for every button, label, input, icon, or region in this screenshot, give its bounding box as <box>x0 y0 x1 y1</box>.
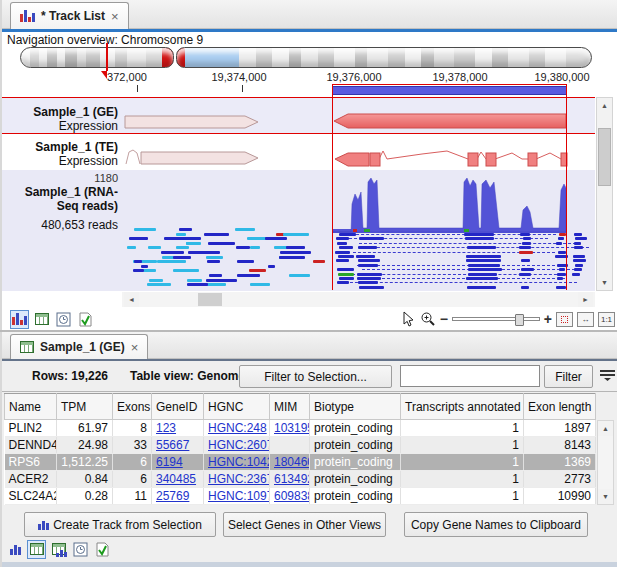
history-clock-icon[interactable] <box>54 310 73 329</box>
table-view-icon[interactable] <box>32 310 51 329</box>
table-with-chart-icon[interactable] <box>49 540 68 559</box>
read <box>161 251 184 254</box>
select-genes-in-other-views-button[interactable]: Select Genes in Other Views <box>223 512 386 537</box>
hgnc-link[interactable]: HGNC:23675 <box>208 472 270 486</box>
mim-link[interactable]: 180460 <box>274 455 310 469</box>
column-header[interactable]: Biotype <box>310 394 401 420</box>
scroll-up-arrow-icon[interactable]: ▲ <box>598 421 613 436</box>
read <box>573 259 586 262</box>
read <box>574 246 583 249</box>
element-info-check-icon[interactable] <box>76 310 95 329</box>
filter-to-selection-button[interactable]: Filter to Selection... <box>239 365 392 388</box>
read <box>468 264 500 267</box>
scroll-down-arrow-icon[interactable]: ▼ <box>598 489 613 504</box>
cell-exons: 8 <box>113 420 152 437</box>
read <box>519 273 530 276</box>
position-marker <box>106 43 108 71</box>
close-icon[interactable]: × <box>131 340 139 355</box>
hgnc-link[interactable]: HGNC:10976 <box>208 489 270 503</box>
read <box>286 246 306 249</box>
table-row[interactable]: SLC24A20.281125769HGNC:10976609838protei… <box>5 488 596 505</box>
advanced-filter-icon[interactable] <box>600 370 615 382</box>
track-view-icon[interactable] <box>10 543 21 555</box>
ge-gene-arrow-selected <box>333 113 568 130</box>
cell-exonLength: 8143 <box>524 437 596 454</box>
cell-transcripts: 1 <box>401 420 524 437</box>
track-vertical-scrollbar[interactable]: ▲ ▼ <box>596 97 613 291</box>
tracks-area[interactable]: Sample_1 (GE) Expression Sample_1 (TE) E… <box>2 97 595 291</box>
scrollbar-thumb[interactable] <box>598 128 611 186</box>
history-clock-icon[interactable] <box>71 540 90 559</box>
create-track-from-selection-button[interactable]: Create Track from Selection <box>24 512 216 537</box>
tab-track-list[interactable]: * Track List × <box>10 2 129 29</box>
zoom-to-selection-icon[interactable] <box>556 312 573 327</box>
table-row[interactable]: PLIN261.978123HGNC:248103195protein_codi… <box>5 420 596 437</box>
zoom-out-minus[interactable]: − <box>440 311 448 327</box>
scroll-left-arrow-icon[interactable]: ◄ <box>124 292 139 307</box>
hgnc-link[interactable]: HGNC:26079 <box>208 438 270 452</box>
geneId-link[interactable]: 6194 <box>156 455 183 469</box>
read-pair-link <box>359 243 581 244</box>
mim-link[interactable]: 103195 <box>274 421 310 435</box>
table-vertical-scrollbar[interactable]: ▲ ▼ <box>597 420 614 505</box>
table-icon <box>20 341 34 353</box>
track-view-icon[interactable] <box>10 310 29 329</box>
column-header[interactable]: Exon length <box>524 394 596 420</box>
column-header[interactable]: Exons <box>113 394 152 420</box>
filter-input[interactable] <box>400 365 540 387</box>
read <box>206 256 223 259</box>
fit-width-icon[interactable]: ↔ <box>577 312 594 327</box>
zoom-slider[interactable] <box>452 317 540 321</box>
geneId-link[interactable]: 55667 <box>156 438 189 452</box>
filter-button[interactable]: Filter <box>544 365 593 388</box>
chromosome-ideogram[interactable] <box>20 47 592 68</box>
read <box>236 246 250 249</box>
zoom-100-icon[interactable]: 1:1 <box>598 312 615 327</box>
close-icon[interactable]: × <box>111 9 119 24</box>
read <box>574 242 581 245</box>
tab-sample1-ge-label: Sample_1 (GE) <box>40 340 125 354</box>
mim-link[interactable]: 609838 <box>274 489 310 503</box>
cell-geneId: 340485 <box>152 471 204 488</box>
table-row[interactable]: ACER20.846340485HGNC:23675613492protein_… <box>5 471 596 488</box>
track-horizontal-scrollbar[interactable]: ◄ ► <box>122 292 595 307</box>
read <box>207 260 220 263</box>
track-sample1-te[interactable]: Sample_1 (TE) Expression <box>2 134 595 170</box>
table-row[interactable]: DENND4C24.983355667HGNC:26079protein_cod… <box>5 437 596 454</box>
zoom-tool-icon[interactable] <box>420 311 436 327</box>
track-sample1-rnaseq[interactable]: 1180 Sample_1 (RNA-Seq reads) 480,653 re… <box>2 170 595 291</box>
cursor-tool-icon[interactable] <box>401 311 416 327</box>
mim-link[interactable]: 613492 <box>274 472 310 486</box>
column-header[interactable]: MIM <box>270 394 310 420</box>
hgnc-link[interactable]: HGNC:248 <box>208 421 267 435</box>
column-header[interactable]: Transcripts annotated <box>401 394 524 420</box>
track-sample1-ge[interactable]: Sample_1 (GE) Expression <box>2 97 595 134</box>
table-row[interactable]: RPS61,512.2566194HGNC:10429180460protein… <box>5 454 596 471</box>
read-pair-link <box>357 265 565 266</box>
table-view-icon[interactable] <box>27 540 46 559</box>
column-header[interactable]: GeneID <box>152 394 204 420</box>
column-header[interactable]: TPM <box>57 394 113 420</box>
element-info-check-icon[interactable] <box>93 540 112 559</box>
geneId-link[interactable]: 340485 <box>156 472 196 486</box>
scroll-up-arrow-icon[interactable]: ▲ <box>597 98 612 113</box>
column-header[interactable]: Name <box>5 394 57 420</box>
tab-sample1-ge[interactable]: Sample_1 (GE) × <box>10 334 148 359</box>
zoom-in-plus[interactable]: + <box>544 311 552 327</box>
copy-gene-names-button[interactable]: Copy Gene Names to Clipboard <box>404 512 588 537</box>
zoom-slider-thumb[interactable] <box>515 314 524 326</box>
read <box>556 242 562 245</box>
column-header[interactable]: HGNC <box>204 394 270 420</box>
geneId-link[interactable]: 25769 <box>156 489 189 503</box>
bottom-frame-edge <box>2 562 617 567</box>
scrollbar-thumb[interactable] <box>198 293 222 306</box>
geneId-link[interactable]: 123 <box>156 421 176 435</box>
scroll-right-arrow-icon[interactable]: ► <box>578 292 593 307</box>
selection-region-bar[interactable] <box>332 86 567 95</box>
table-header-row[interactable]: NameTPMExonsGeneIDHGNCMIMBiotypeTranscri… <box>5 394 596 420</box>
hgnc-link[interactable]: HGNC:10429 <box>208 455 270 469</box>
read <box>466 259 501 262</box>
scroll-down-arrow-icon[interactable]: ▼ <box>597 275 612 290</box>
ruler-tick-label: 19,378,000 <box>432 71 487 83</box>
cell-tpm: 61.97 <box>57 420 113 437</box>
